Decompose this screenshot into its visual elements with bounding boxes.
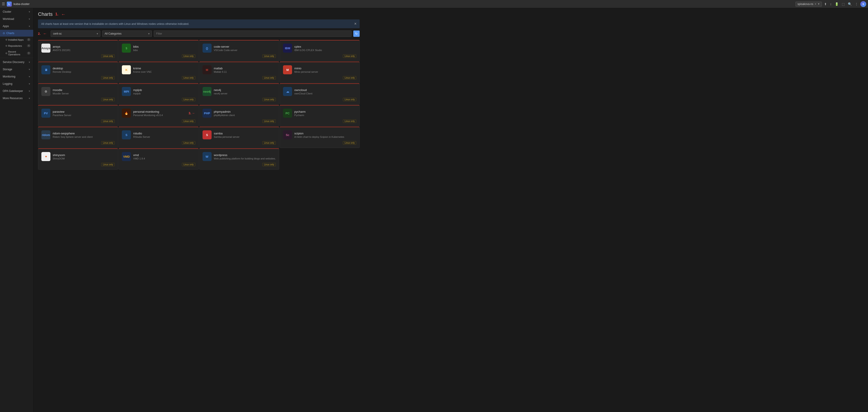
namespace-selector[interactable]: spisakova-ns × ▼ xyxy=(796,2,822,6)
chart-icon: Ansys xyxy=(41,44,51,53)
chart-card[interactable]: W wordpress Web publishing platform for … xyxy=(199,148,279,170)
category-filter-wrapper: All Categories Database Machine Learning… xyxy=(102,31,152,37)
chart-icon: MPI xyxy=(122,87,131,96)
chart-icon: 🔥 xyxy=(122,109,131,118)
chart-desc: ShinyDOM xyxy=(53,157,65,160)
chart-desc: VMD 1.9.4 xyxy=(133,157,145,160)
chevron-down-icon: ▼ xyxy=(28,83,31,85)
chart-card[interactable]: S samba Samba personal server Linux only xyxy=(199,127,279,148)
chart-card[interactable]: PV paraview ParaView Server Linux only xyxy=(38,105,118,126)
sync-icon[interactable]: ↕ xyxy=(829,2,833,6)
sidebar-item-service-discovery[interactable]: Service Discovery ▼ xyxy=(0,59,33,66)
info-banner-text: All charts have at least one version tha… xyxy=(41,22,189,26)
linux-badge: Linux only xyxy=(343,119,356,123)
chart-card[interactable]: M matlab Matlab 9.11 Linux only xyxy=(199,62,279,83)
chart-name: mpijob xyxy=(133,88,142,92)
chart-name: phpmyadmin xyxy=(214,110,235,113)
chart-desc: IBM ILOG CPLEX Studio xyxy=(294,49,322,52)
window-icon[interactable]: ⬚ xyxy=(841,2,846,6)
chart-card[interactable]: K knime Knime over VNC Linux only xyxy=(119,62,198,83)
chart-card[interactable]: Sc scipion A Helm chart to deploy Scipio… xyxy=(280,127,360,148)
sidebar-item-repositories[interactable]: ⊙Repositories 4 xyxy=(3,43,33,49)
chart-icon: $ xyxy=(122,44,131,53)
repo-filter-select[interactable]: cerit-sc stable incubator xyxy=(51,31,100,37)
chart-icon: IBM xyxy=(283,44,292,53)
sidebar-item-monitoring[interactable]: Monitoring ▼ xyxy=(0,73,33,80)
chart-name: shinysom xyxy=(53,153,65,157)
chart-card[interactable]: PHP phpmyadmin phpMyAdmin client Linux o… xyxy=(199,105,279,126)
linux-badge: Linux only xyxy=(101,76,115,79)
chevron-down-icon: ▼ xyxy=(28,97,31,100)
recent-ops-badge: 0 xyxy=(27,52,31,55)
sidebar-item-workload[interactable]: Workload ▼ xyxy=(0,15,33,23)
chart-desc: Personal Monitoring v0.0.4 xyxy=(133,114,163,116)
sidebar-item-logging[interactable]: Logging ▼ xyxy=(0,80,33,88)
chart-desc: neo4j server xyxy=(214,92,228,95)
chart-card[interactable]: ☁ owncloud ownCloud Client Linux only xyxy=(280,83,360,105)
sidebar-item-installed-apps[interactable]: ⊙Installed Apps 0 xyxy=(3,37,33,43)
linux-badge: Linux only xyxy=(182,119,195,123)
sidebar-item-apps[interactable]: Apps ▼ xyxy=(0,23,33,30)
chart-card[interactable]: neo4j neo4j neo4j server Linux only xyxy=(199,83,279,105)
chart-desc: RStudio Server xyxy=(133,136,150,138)
sidebar-item-charts[interactable]: ⊙ Charts xyxy=(0,30,33,37)
sidebar-item-opa[interactable]: OPA Gatekeeper ▼ xyxy=(0,88,33,95)
linux-badge: Linux only xyxy=(262,119,276,123)
namespace-chevron[interactable]: ▼ xyxy=(817,3,820,5)
chart-card[interactable]: VMD vmd VMD 1.9.4 Linux only xyxy=(119,148,198,170)
chart-desc: phpMyAdmin client xyxy=(214,114,235,116)
hamburger-icon[interactable]: ☰ xyxy=(2,2,5,6)
category-filter-select[interactable]: All Categories Database Machine Learning… xyxy=(102,31,152,37)
chart-name: code-server xyxy=(214,45,238,48)
upload-icon[interactable]: ⬆ xyxy=(823,2,828,6)
annotation-2: 2. xyxy=(38,32,41,35)
search-icon[interactable]: 🔍 xyxy=(847,2,852,6)
chart-name: vmd xyxy=(133,153,145,157)
chart-card[interactable]: M minio Minio personal server Linux only xyxy=(280,62,360,83)
chart-card[interactable]: 🖥 desktop Remote Desktop Linux only xyxy=(38,62,118,83)
chart-card[interactable]: S rstudio RStudio Server Linux only xyxy=(119,127,198,148)
linux-badge: Linux only xyxy=(343,76,356,79)
battery-icon[interactable]: 🔋 xyxy=(834,2,839,6)
linux-badge: Linux only xyxy=(182,98,195,101)
sidebar-item-storage[interactable]: Storage ▼ xyxy=(0,66,33,73)
chart-icon: S xyxy=(122,130,131,139)
chart-icon: PHP xyxy=(203,109,212,118)
chart-name: owncloud xyxy=(294,88,312,92)
linux-badge: Linux only xyxy=(182,141,195,144)
chart-card[interactable]: {} code-server VSCode Code-server Linux … xyxy=(199,40,279,61)
chevron-down-icon: ▼ xyxy=(28,90,31,92)
chart-card[interactable]: ridom ridom-seqsphere Ridom Seq Sphere s… xyxy=(38,127,118,148)
chart-desc: Web publishing platform for building blo… xyxy=(214,157,276,160)
chart-card[interactable]: MPI mpijob mpijob Linux only xyxy=(119,83,198,105)
more-icon[interactable]: ⋮ xyxy=(854,2,859,6)
chart-icon: VMD xyxy=(122,152,131,161)
chart-card[interactable]: ✦ shinysom ShinyDOM Linux only xyxy=(38,148,118,170)
sidebar: Cluster ▼ Workload ▼ Apps ▼ ⊙ Charts ⊙In… xyxy=(0,8,33,412)
chevron-down-icon: ▼ xyxy=(28,25,31,28)
sidebar-item-cluster[interactable]: Cluster ▼ xyxy=(0,8,33,15)
filter-input[interactable] xyxy=(154,31,352,37)
chart-card[interactable]: $ bibs bibs Linux only xyxy=(119,40,198,61)
chart-card[interactable]: PC pycharm Pycharm Linux only xyxy=(280,105,360,126)
linux-badge: Linux only xyxy=(343,98,356,101)
refresh-button[interactable]: ↻ xyxy=(353,31,360,37)
chart-card[interactable]: Ansys ansys ANSYS 2021R1 Linux only xyxy=(38,40,118,61)
sidebar-item-more[interactable]: More Resources ▼ xyxy=(0,95,33,102)
linux-badge: Linux only xyxy=(262,76,276,79)
linux-badge: Linux only xyxy=(343,55,356,58)
linux-badge: Linux only xyxy=(262,163,276,166)
chart-icon: M xyxy=(283,65,292,74)
namespace-value: spisakova-ns xyxy=(798,2,813,6)
close-banner-button[interactable]: × xyxy=(354,22,357,26)
chart-icon: S xyxy=(203,130,212,139)
sidebar-item-recent-ops[interactable]: ⊙Recent Operations 0 xyxy=(3,49,33,57)
chart-desc: Ridom Seq Sphere server and client xyxy=(53,136,93,138)
chart-card[interactable]: ⚙ moodle Moodle Server Linux only xyxy=(38,83,118,105)
chart-name: bibs xyxy=(133,45,138,48)
chart-card[interactable]: 🔥 personal-monitoring Personal Monitorin… xyxy=(119,105,198,126)
chart-card[interactable]: IBM cplex IBM ILOG CPLEX Studio Linux on… xyxy=(280,40,360,61)
chart-icon: Sc xyxy=(283,130,292,139)
charts-grid: Ansys ansys ANSYS 2021R1 Linux only $ bi… xyxy=(33,40,364,174)
namespace-close[interactable]: × xyxy=(815,2,816,6)
